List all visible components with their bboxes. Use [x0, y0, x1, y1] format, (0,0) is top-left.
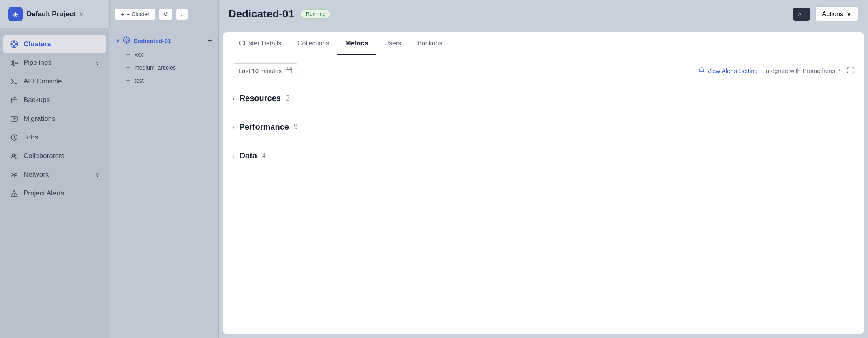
sidebar-item-network-label: Network: [24, 171, 49, 179]
svg-point-13: [126, 37, 127, 38]
clusters-icon: [10, 40, 19, 49]
data-section: › Data 4: [233, 145, 854, 166]
svg-point-12: [125, 39, 128, 41]
time-range-selector[interactable]: Last 10 minutes: [233, 63, 298, 78]
actions-chevron-icon: ∨: [847, 10, 851, 18]
add-cluster-label: + Cluster: [126, 11, 149, 17]
cluster-tree-panel: ∨ Dedicated-01 + ▭ xxx ▭ medium_articles: [109, 28, 219, 338]
performance-chevron-icon: ›: [233, 124, 235, 130]
svg-rect-6: [11, 98, 17, 103]
resources-chevron-icon: ›: [233, 95, 235, 102]
api-console-icon: [10, 77, 19, 86]
plus-icon: +: [121, 11, 124, 17]
external-link-icon: ↗: [837, 68, 840, 73]
collaborators-icon: [10, 152, 19, 160]
network-chevron-icon: ∨: [96, 172, 100, 178]
tab-backups[interactable]: Backups: [409, 32, 450, 55]
network-icon: [10, 170, 19, 179]
resources-title: Resources: [239, 94, 281, 103]
sidebar-item-collaborators[interactable]: Collaborators: [0, 147, 109, 165]
search-icon: ⌕: [180, 11, 184, 17]
collection-item-test[interactable]: ▭ test: [113, 74, 215, 87]
project-alerts-icon: [10, 189, 19, 198]
prometheus-link[interactable]: Integrate with Prometheus ↗: [764, 67, 840, 74]
svg-point-2: [13, 41, 15, 43]
refresh-icon: ↺: [163, 11, 168, 17]
collection-name: test: [135, 77, 144, 84]
view-alerts-link[interactable]: View Alerts Setting: [699, 67, 758, 75]
project-icon: ◈: [8, 7, 23, 21]
tab-cluster-details[interactable]: Cluster Details: [231, 32, 289, 55]
sidebar-item-jobs[interactable]: Jobs: [0, 128, 109, 147]
tab-metrics[interactable]: Metrics: [337, 32, 376, 55]
svg-point-4: [11, 43, 13, 45]
sidebar-item-migrations-label: Migrations: [24, 115, 55, 123]
sidebar-item-backups[interactable]: Backups: [0, 91, 109, 109]
sidebar-item-clusters-label: Clusters: [24, 40, 51, 48]
data-title: Data: [239, 151, 257, 160]
pipelines-icon: [10, 58, 19, 67]
time-range-label: Last 10 minutes: [239, 67, 282, 74]
bell-icon: [699, 67, 705, 75]
sidebar-item-project-alerts[interactable]: Project Alerts: [0, 184, 109, 203]
collection-item-medium-articles[interactable]: ▭ medium_articles: [113, 61, 215, 74]
resources-count: 3: [286, 94, 290, 103]
sidebar-item-pipelines[interactable]: Pipelines ∨: [0, 53, 109, 72]
svg-point-5: [16, 43, 17, 45]
terminal-icon: >_: [798, 11, 805, 17]
resources-section: › Resources 3: [233, 88, 854, 109]
cluster-collapse-icon: ∨: [116, 38, 120, 44]
sidebar-item-clusters[interactable]: Clusters: [3, 35, 106, 53]
resources-section-header[interactable]: › Resources 3: [233, 88, 854, 109]
calendar-icon: [286, 67, 292, 75]
sidebar-item-migrations[interactable]: Migrations: [0, 109, 109, 128]
add-collection-icon[interactable]: +: [207, 36, 212, 45]
migrations-icon: [10, 114, 19, 123]
data-chevron-icon: ›: [233, 153, 235, 159]
collection-name: medium_articles: [135, 64, 176, 71]
cluster-tree-item[interactable]: ∨ Dedicated-01 +: [113, 33, 215, 48]
pipelines-chevron-icon: ∨: [96, 60, 100, 66]
sidebar-item-api-console-label: API Console: [24, 77, 62, 86]
refresh-button[interactable]: ↺: [159, 8, 173, 20]
sidebar-item-backups-label: Backups: [24, 96, 50, 104]
tab-collections[interactable]: Collections: [289, 32, 337, 55]
status-badge: Running: [301, 9, 331, 19]
cluster-tree-name: Dedicated-01: [133, 37, 171, 44]
collection-icon: ▭: [126, 78, 130, 84]
project-chevron-icon[interactable]: ∨: [79, 11, 83, 17]
sidebar-item-collaborators-label: Collaborators: [24, 152, 64, 160]
sidebar-item-pipelines-label: Pipelines: [24, 59, 51, 67]
svg-point-15: [123, 39, 124, 41]
sidebar-item-project-alerts-label: Project Alerts: [24, 189, 64, 197]
svg-rect-17: [286, 68, 292, 73]
collection-icon: ▭: [126, 52, 130, 58]
sidebar-item-api-console[interactable]: API Console: [0, 72, 109, 91]
svg-point-16: [128, 39, 130, 41]
metrics-toolbar: Last 10 minutes: [233, 63, 854, 78]
search-button[interactable]: ⌕: [176, 8, 188, 20]
sidebar-item-jobs-label: Jobs: [24, 133, 38, 141]
performance-section-header[interactable]: › Performance 9: [233, 117, 854, 137]
svg-point-9: [12, 154, 15, 156]
svg-point-10: [15, 154, 17, 156]
cluster-title: Dedicated-01: [229, 8, 294, 20]
cluster-node-icon: [123, 36, 130, 45]
backups-icon: [10, 96, 19, 105]
expand-icon[interactable]: ⛶: [847, 66, 854, 75]
svg-point-1: [13, 43, 16, 46]
terminal-button[interactable]: >_: [793, 8, 810, 21]
svg-point-14: [126, 42, 127, 43]
performance-title: Performance: [239, 122, 289, 132]
sidebar-item-network[interactable]: Network ∨: [0, 165, 109, 184]
project-name: Default Project: [27, 10, 75, 18]
collection-icon: ▭: [126, 65, 130, 71]
add-cluster-button[interactable]: + + Cluster: [115, 8, 156, 20]
jobs-icon: [10, 133, 19, 142]
performance-count: 9: [294, 123, 298, 131]
data-section-header[interactable]: › Data 4: [233, 145, 854, 166]
collection-item-xxx[interactable]: ▭ xxx: [113, 48, 215, 61]
sidebar: Clusters Pipelines ∨ API Console: [0, 28, 109, 338]
tab-users[interactable]: Users: [376, 32, 409, 55]
actions-button[interactable]: Actions ∨: [815, 6, 858, 21]
